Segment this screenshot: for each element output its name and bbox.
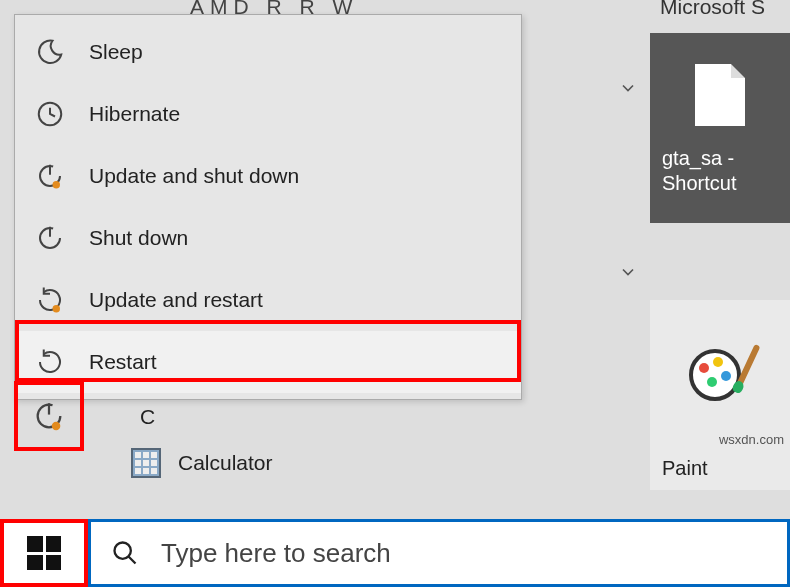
power-item-sleep[interactable]: Sleep	[15, 21, 521, 83]
power-rail-button[interactable]	[14, 381, 84, 451]
power-icon	[33, 221, 67, 255]
restart-icon	[33, 345, 67, 379]
chevron-down-icon[interactable]	[618, 262, 638, 282]
power-update-icon	[33, 159, 67, 193]
paint-icon	[685, 345, 755, 415]
taskbar: Type here to search	[0, 519, 790, 587]
power-item-shutdown[interactable]: Shut down	[15, 207, 521, 269]
tile-label: Paint	[662, 457, 708, 480]
app-list: C Calculator	[120, 394, 273, 486]
clock-icon	[33, 97, 67, 131]
power-item-update-restart[interactable]: Update and restart	[15, 269, 521, 331]
power-item-label: Restart	[89, 350, 157, 374]
power-item-label: Update and shut down	[89, 164, 299, 188]
power-item-label: Hibernate	[89, 102, 180, 126]
partial-group-name: Microsoft S	[660, 0, 765, 19]
power-item-restart[interactable]: Restart	[15, 331, 521, 393]
power-item-update-shutdown[interactable]: Update and shut down	[15, 145, 521, 207]
svg-point-10	[115, 543, 131, 559]
start-menu-area: AMD R R W Microsoft S Sleep Hibernate Up…	[0, 0, 790, 519]
app-list-item-calculator[interactable]: Calculator	[120, 440, 273, 486]
calculator-icon	[128, 445, 164, 481]
power-item-label: Update and restart	[89, 288, 263, 312]
power-menu: Sleep Hibernate Update and shut down Shu…	[14, 14, 522, 400]
taskbar-search[interactable]: Type here to search	[88, 519, 790, 587]
watermark: wsxdn.com	[719, 432, 784, 447]
svg-point-6	[53, 305, 61, 313]
tile-gta-shortcut[interactable]: gta_sa - Shortcut	[650, 33, 790, 223]
app-list-item-label: Calculator	[178, 451, 273, 475]
power-item-hibernate[interactable]: Hibernate	[15, 83, 521, 145]
power-update-icon	[32, 399, 66, 433]
chevron-down-icon[interactable]	[618, 78, 638, 98]
power-item-label: Sleep	[89, 40, 143, 64]
svg-line-11	[129, 557, 136, 564]
app-list-header[interactable]: C	[120, 394, 273, 440]
power-item-label: Shut down	[89, 226, 188, 250]
start-button[interactable]	[0, 519, 88, 587]
search-placeholder: Type here to search	[161, 538, 391, 569]
start-left-rail	[14, 381, 84, 451]
moon-icon	[33, 35, 67, 69]
svg-point-9	[52, 422, 61, 431]
file-icon	[695, 64, 745, 126]
svg-point-3	[53, 181, 61, 189]
restart-update-icon	[33, 283, 67, 317]
windows-logo-icon	[27, 536, 61, 570]
app-list-header-label: C	[140, 405, 155, 429]
tile-label: gta_sa - Shortcut	[662, 146, 778, 196]
tile-paint[interactable]: Paint	[650, 300, 790, 490]
search-icon	[111, 539, 139, 567]
